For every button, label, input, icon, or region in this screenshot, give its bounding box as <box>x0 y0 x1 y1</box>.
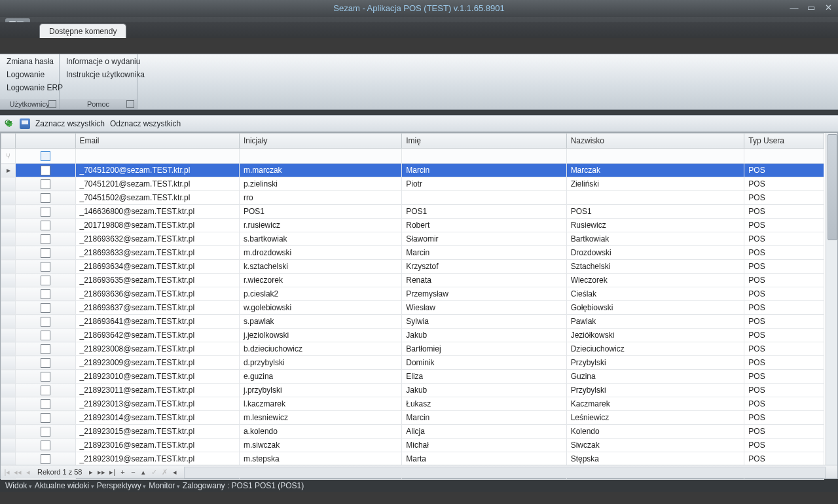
table-row[interactable]: _218923019@sezam.TEST.ktr.plm.stepskaMar… <box>1 452 824 466</box>
nav-delete-button[interactable]: − <box>128 468 138 476</box>
cell-inicjaly[interactable]: m.lesniewicz <box>239 411 401 425</box>
cell-imie[interactable]: Łukasz <box>402 397 566 411</box>
table-row[interactable]: _218923008@sezam.TEST.ktr.plb.dzieciucho… <box>1 342 824 356</box>
cell-email[interactable]: _70451200@sezam.TEST.ktr.pl <box>75 164 239 177</box>
table-row[interactable]: ▸_70451200@sezam.TEST.ktr.plm.marczakMar… <box>1 164 824 177</box>
row-checkbox-cell[interactable] <box>16 356 75 370</box>
cell-nazwisko[interactable]: Bartkowiak <box>566 232 744 246</box>
cell-inicjaly[interactable]: s.pawlak <box>239 315 401 329</box>
cell-typ[interactable]: POS <box>744 425 824 439</box>
cell-nazwisko[interactable]: Kolendo <box>566 425 744 439</box>
row-checkbox-cell[interactable] <box>16 205 75 219</box>
row-checkbox-cell[interactable] <box>16 370 75 384</box>
row-checkbox[interactable] <box>41 427 50 437</box>
nav-next-page-button[interactable]: ▸▸ <box>96 468 107 477</box>
cell-typ[interactable]: POS <box>744 384 824 397</box>
cell-nazwisko[interactable]: Wieczorek <box>566 274 744 287</box>
row-checkbox-cell[interactable] <box>16 425 75 439</box>
cell-typ[interactable]: POS <box>744 219 824 232</box>
table-row[interactable]: _218693642@sezam.TEST.ktr.plj.jeziolkows… <box>1 329 824 342</box>
cell-imie[interactable]: Wiesław <box>402 301 566 315</box>
row-checkbox[interactable] <box>41 248 50 258</box>
row-checkbox[interactable] <box>41 317 50 327</box>
cell-inicjaly[interactable]: b.dzieciuchowicz <box>239 342 401 356</box>
cell-typ[interactable]: POS <box>744 301 824 315</box>
table-row[interactable]: _201719808@sezam.TEST.ktr.plr.rusiewiczR… <box>1 219 824 232</box>
cell-imie[interactable] <box>402 191 566 205</box>
status-aktualne-widoki[interactable]: Aktualne widoki <box>35 481 94 490</box>
deselect-all-button[interactable]: Odznacz wszystkich <box>110 119 181 128</box>
row-checkbox-cell[interactable] <box>16 191 75 205</box>
cell-nazwisko[interactable]: Marczak <box>566 164 744 177</box>
minimize-button[interactable]: — <box>788 2 800 12</box>
row-checkbox[interactable] <box>41 454 50 464</box>
row-checkbox-cell[interactable] <box>16 342 75 356</box>
cell-typ[interactable]: POS <box>744 370 824 384</box>
col-email[interactable]: Email <box>75 134 239 149</box>
cell-inicjaly[interactable]: d.przybylski <box>239 356 401 370</box>
row-checkbox[interactable] <box>41 276 50 285</box>
row-checkbox[interactable] <box>41 344 50 354</box>
cell-nazwisko[interactable]: Przybylski <box>566 384 744 397</box>
tab-dostepne-komendy[interactable]: Dostępne komendy <box>39 24 126 38</box>
cell-email[interactable]: _201719808@sezam.TEST.ktr.pl <box>75 219 239 232</box>
cell-imie[interactable]: Krzysztof <box>402 260 566 274</box>
cell-email[interactable]: _218923011@sezam.TEST.ktr.pl <box>75 384 239 397</box>
cell-email[interactable]: _218923008@sezam.TEST.ktr.pl <box>75 342 239 356</box>
cell-imie[interactable]: Bartłomiej <box>402 342 566 356</box>
cell-inicjaly[interactable]: rro <box>239 191 401 205</box>
cell-imie[interactable]: Michał <box>402 439 566 452</box>
cell-imie[interactable]: Dominik <box>402 356 566 370</box>
cell-inicjaly[interactable]: s.bartkowiak <box>239 232 401 246</box>
cell-inicjaly[interactable]: r.wieczorek <box>239 274 401 287</box>
status-perspektywy[interactable]: Perspektywy <box>97 481 147 490</box>
cell-nazwisko[interactable]: Leśniewicz <box>566 411 744 425</box>
row-checkbox-cell[interactable] <box>16 452 75 466</box>
checkbox-header[interactable] <box>16 134 75 149</box>
cell-typ[interactable]: POS <box>744 246 824 260</box>
cell-email[interactable]: _218693633@sezam.TEST.ktr.pl <box>75 246 239 260</box>
table-row[interactable]: _146636800@sezam.TEST.ktr.plPOS1POS1POS1… <box>1 205 824 219</box>
row-checkbox[interactable] <box>41 399 50 409</box>
row-checkbox[interactable] <box>41 234 50 244</box>
row-checkbox-cell[interactable] <box>16 274 75 287</box>
cell-typ[interactable]: POS <box>744 260 824 274</box>
cell-nazwisko[interactable]: Dzieciuchowicz <box>566 342 744 356</box>
cell-imie[interactable]: Przemysław <box>402 287 566 301</box>
funnel-icon[interactable]: ⑂ <box>6 152 10 160</box>
col-typ-usera[interactable]: Typ Usera <box>744 134 824 149</box>
row-checkbox-cell[interactable] <box>16 246 75 260</box>
save-icon[interactable] <box>20 118 30 129</box>
row-checkbox[interactable] <box>41 441 50 450</box>
filter-nazwisko[interactable] <box>566 149 744 164</box>
cell-typ[interactable]: POS <box>744 287 824 301</box>
cell-imie[interactable]: Jakub <box>402 329 566 342</box>
cell-email[interactable]: _218923014@sezam.TEST.ktr.pl <box>75 411 239 425</box>
cell-imie[interactable]: Marta <box>402 452 566 466</box>
table-row[interactable]: _218923009@sezam.TEST.ktr.pld.przybylski… <box>1 356 824 370</box>
cell-inicjaly[interactable]: p.cieslak2 <box>239 287 401 301</box>
horizontal-scrollbar[interactable] <box>184 467 826 478</box>
cell-email[interactable]: _146636800@sezam.TEST.ktr.pl <box>75 205 239 219</box>
row-checkbox-cell[interactable] <box>16 287 75 301</box>
cell-imie[interactable]: Sławomir <box>402 232 566 246</box>
table-row[interactable]: _218923013@sezam.TEST.ktr.pll.kaczmarekŁ… <box>1 397 824 411</box>
cell-typ[interactable]: POS <box>744 329 824 342</box>
cell-nazwisko[interactable]: Stępska <box>566 452 744 466</box>
cell-imie[interactable]: Marcin <box>402 246 566 260</box>
row-checkbox[interactable] <box>41 262 50 272</box>
table-row[interactable]: _218923015@sezam.TEST.ktr.pla.kolendoAli… <box>1 425 824 439</box>
nav-commit-button[interactable]: ✓ <box>149 468 159 477</box>
col-inicjaly[interactable]: Inicjały <box>239 134 401 149</box>
cell-inicjaly[interactable]: m.stepska <box>239 452 401 466</box>
cell-nazwisko[interactable]: Siwczak <box>566 439 744 452</box>
cell-nazwisko[interactable] <box>566 191 744 205</box>
close-button[interactable]: ✕ <box>822 2 834 12</box>
cell-nazwisko[interactable]: Gołębiowski <box>566 301 744 315</box>
nav-prev-page-button[interactable]: ◂◂ <box>12 468 23 477</box>
cell-email[interactable]: _218693637@sezam.TEST.ktr.pl <box>75 301 239 315</box>
filter-imie[interactable] <box>402 149 566 164</box>
table-row[interactable]: _70451201@sezam.TEST.ktr.plp.zielinskiPi… <box>1 177 824 191</box>
cell-imie[interactable]: Jakub <box>402 384 566 397</box>
cell-imie[interactable]: Renata <box>402 274 566 287</box>
